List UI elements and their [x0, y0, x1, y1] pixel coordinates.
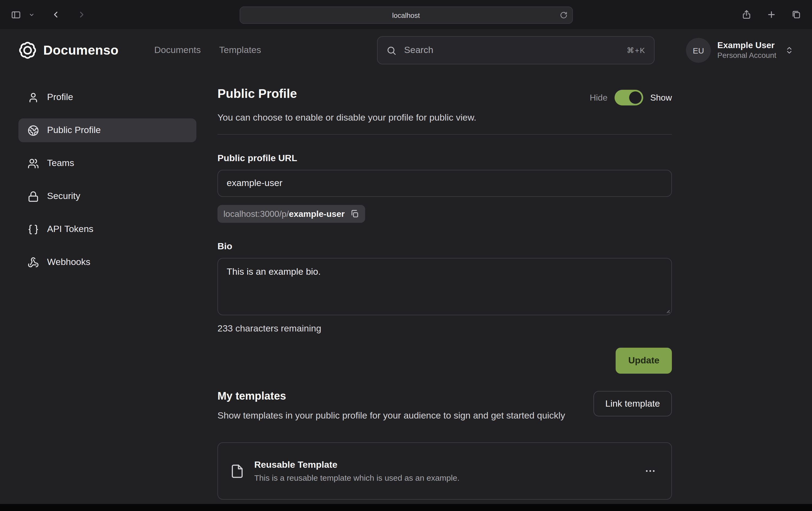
- sidebar-item-teams[interactable]: Teams: [19, 151, 196, 175]
- search-icon: [386, 45, 397, 55]
- users-icon: [28, 158, 39, 169]
- characters-remaining: 233 characters remaining: [218, 323, 672, 334]
- full-url-chip: localhost:3000/p/example-user: [218, 205, 365, 223]
- sidebar-toggle-icon[interactable]: [9, 7, 23, 22]
- main-content: Public Profile Hide Show You can choose …: [218, 85, 672, 504]
- page-subtitle: You can choose to enable or disable your…: [218, 113, 672, 123]
- template-name: Reusable Template: [254, 460, 460, 471]
- sidebar-item-label: Webhooks: [47, 257, 90, 268]
- link-template-button[interactable]: Link template: [593, 391, 672, 416]
- search-shortcut: ⌘+K: [627, 46, 645, 55]
- globe-icon: [28, 125, 39, 136]
- address-bar[interactable]: localhost: [239, 6, 573, 24]
- bottom-strip: [0, 504, 812, 511]
- brand-logo[interactable]: Documenso: [19, 41, 118, 59]
- sidebar-item-label: Security: [47, 191, 80, 202]
- tab-overview-icon[interactable]: [789, 7, 803, 22]
- browser-chrome: localhost: [0, 0, 812, 29]
- bio-field-label: Bio: [218, 241, 672, 252]
- sidebar-item-security[interactable]: Security: [19, 184, 196, 208]
- profile-visibility-toggle[interactable]: [614, 90, 643, 106]
- file-icon: [230, 464, 244, 479]
- lock-icon: [28, 190, 39, 202]
- sidebar-item-label: Public Profile: [47, 125, 100, 136]
- sidebar-item-webhooks[interactable]: Webhooks: [19, 250, 196, 274]
- section-divider: [218, 134, 672, 134]
- app-header: Documenso Documents Templates ⌘+K EU Exa…: [0, 29, 812, 71]
- settings-sidebar: Profile Public Profile Teams Security: [19, 85, 196, 504]
- user-account-type: Personal Account: [717, 51, 776, 61]
- template-card: Reusable Template This is a reusable tem…: [218, 443, 672, 500]
- chevrons-up-down-icon[interactable]: [785, 46, 793, 55]
- address-bar-url: localhost: [392, 11, 420, 19]
- chevron-down-icon[interactable]: [27, 9, 37, 20]
- copy-icon[interactable]: [350, 209, 359, 218]
- page-title: Public Profile: [218, 85, 297, 102]
- user-icon: [28, 92, 39, 103]
- url-field-label: Public profile URL: [218, 153, 672, 164]
- search-bar[interactable]: ⌘+K: [377, 36, 655, 64]
- sidebar-item-label: Profile: [47, 92, 73, 103]
- bio-textarea[interactable]: This is an example bio.: [218, 258, 672, 315]
- resize-handle-icon[interactable]: [663, 307, 670, 313]
- reload-icon[interactable]: [560, 11, 567, 19]
- nav-templates[interactable]: Templates: [219, 45, 261, 56]
- full-url-slug: example-user: [289, 209, 345, 218]
- user-name: Example User: [717, 40, 776, 51]
- nav-documents[interactable]: Documents: [154, 45, 201, 56]
- back-icon[interactable]: [49, 7, 63, 22]
- top-nav: Documents Templates: [154, 45, 261, 56]
- search-input[interactable]: [403, 44, 620, 56]
- webhook-icon: [28, 257, 39, 268]
- update-button[interactable]: Update: [616, 348, 672, 374]
- user-menu[interactable]: EU Example User Personal Account: [686, 38, 793, 63]
- browser-window: localhost Documenso Documents: [0, 0, 812, 511]
- new-tab-icon[interactable]: [764, 7, 779, 22]
- avatar: EU: [686, 38, 711, 63]
- sidebar-item-public-profile[interactable]: Public Profile: [19, 118, 196, 142]
- sidebar-item-profile[interactable]: Profile: [19, 85, 196, 109]
- ellipsis-menu-icon[interactable]: [641, 462, 660, 480]
- sidebar-item-api-tokens[interactable]: API Tokens: [19, 217, 196, 241]
- sidebar-item-label: API Tokens: [47, 224, 93, 235]
- visibility-toggle-group: Hide Show: [590, 90, 672, 106]
- share-icon[interactable]: [740, 7, 754, 22]
- hide-label: Hide: [590, 93, 608, 102]
- braces-icon: [28, 223, 39, 235]
- my-templates-description: Show templates in your public profile fo…: [218, 409, 565, 423]
- full-url-prefix: localhost:3000/p/: [224, 209, 289, 218]
- sidebar-item-label: Teams: [47, 158, 74, 169]
- forward-icon[interactable]: [75, 7, 89, 22]
- public-profile-url-input[interactable]: [218, 170, 672, 197]
- show-label: Show: [650, 93, 672, 102]
- brand-name: Documenso: [43, 43, 118, 58]
- template-description: This is a reusable template which is use…: [254, 474, 460, 483]
- documenso-logo-icon: [19, 41, 37, 59]
- my-templates-title: My templates: [218, 390, 565, 402]
- toggle-knob: [629, 91, 642, 104]
